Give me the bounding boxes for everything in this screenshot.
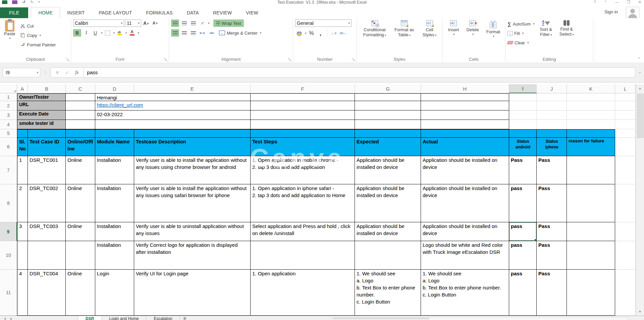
select-all-corner[interactable] bbox=[0, 84, 17, 93]
autosum-button[interactable]: ∑ AutoSum▾ bbox=[507, 20, 535, 28]
cell-B5[interactable] bbox=[28, 129, 66, 138]
row-header-3[interactable]: 3 bbox=[0, 110, 17, 120]
cell-G9[interactable]: Application should be installed on devic… bbox=[355, 222, 421, 241]
tab-review[interactable]: REVIEW bbox=[206, 7, 239, 18]
sheet-tab-login-and-home[interactable]: Login and Home bbox=[102, 316, 146, 320]
sign-in-link[interactable]: Sign in bbox=[604, 9, 618, 14]
col-header-C[interactable]: C bbox=[66, 84, 95, 93]
align-bottom-icon[interactable] bbox=[189, 19, 197, 27]
insert-function-icon[interactable]: fx bbox=[75, 70, 78, 75]
align-top-icon[interactable] bbox=[171, 19, 179, 27]
shrink-font-button[interactable]: A▼ bbox=[151, 19, 159, 27]
cell-C10[interactable] bbox=[66, 241, 95, 270]
cancel-entry-icon[interactable]: ✕ bbox=[55, 70, 59, 75]
cell-L8[interactable] bbox=[615, 184, 636, 222]
cell-F7[interactable]: 1. Open application in mobile chrome - 2… bbox=[251, 156, 355, 184]
comma-style-icon[interactable]: , bbox=[317, 30, 325, 37]
cell-K3[interactable] bbox=[567, 110, 615, 120]
cell-D7[interactable]: Installation bbox=[95, 156, 134, 184]
cell-F4[interactable] bbox=[251, 120, 355, 129]
cell-A4[interactable]: smoke tester id bbox=[17, 120, 66, 129]
cell-I9[interactable]: pass bbox=[509, 222, 537, 241]
cell-E10[interactable]: Verify Correct logo for application is d… bbox=[134, 241, 251, 270]
cell-H11[interactable]: 1. We should see a. Logo b. Text Box to … bbox=[421, 270, 509, 316]
delete-cells-button[interactable]: ✕ Delete ▾ bbox=[464, 19, 481, 39]
cell-C2[interactable] bbox=[66, 101, 95, 110]
col-header-J[interactable]: J bbox=[537, 84, 567, 93]
maximize-icon[interactable]: ❐ bbox=[627, 0, 630, 4]
cell-G8[interactable]: Application should be installed on devic… bbox=[355, 184, 421, 222]
sheet-nav-left-icon[interactable]: ◂ bbox=[4, 317, 6, 320]
minimize-icon[interactable]: — bbox=[615, 0, 619, 4]
cell-J2[interactable] bbox=[537, 101, 567, 110]
cell-I11[interactable]: pass bbox=[509, 270, 537, 316]
cell-J3[interactable] bbox=[537, 110, 567, 120]
cell-J8[interactable]: Pass bbox=[537, 184, 567, 222]
tab-view[interactable]: VIEW bbox=[239, 7, 265, 18]
cell-A11[interactable]: 4 bbox=[17, 270, 28, 316]
format-cells-button[interactable]: |↔| Format ▾ bbox=[484, 19, 502, 39]
row-header-6[interactable]: 6 bbox=[0, 138, 17, 156]
col-header-H[interactable]: H bbox=[421, 84, 509, 93]
cell-L4[interactable] bbox=[615, 120, 636, 129]
cell-L6[interactable] bbox=[615, 138, 636, 156]
cell-H7[interactable]: Application should be installed on devic… bbox=[421, 156, 509, 184]
horizontal-scroll-thumb[interactable] bbox=[332, 318, 429, 319]
wrap-text-button[interactable]: Wrap Text bbox=[213, 19, 244, 27]
cell-D5[interactable] bbox=[95, 129, 134, 138]
col-header-A[interactable]: A bbox=[17, 84, 28, 93]
row-header-9[interactable]: 9 bbox=[0, 222, 17, 241]
cell-J7[interactable]: Pass bbox=[537, 156, 567, 184]
cell-C11[interactable]: Online bbox=[66, 270, 95, 316]
cell-L10[interactable] bbox=[615, 241, 636, 270]
row-header-2[interactable]: 2 bbox=[0, 101, 17, 110]
cell-D1[interactable]: Hemangi bbox=[95, 93, 251, 101]
cell-D8[interactable]: Installation bbox=[95, 184, 134, 222]
col-header-E[interactable]: E bbox=[134, 84, 251, 93]
cell-C4[interactable] bbox=[66, 120, 95, 129]
decrease-decimal-icon[interactable]: .00→ bbox=[339, 30, 347, 37]
grow-font-button[interactable]: A▲ bbox=[142, 19, 150, 27]
cell-A10[interactable] bbox=[17, 241, 28, 270]
ribbon-options-icon[interactable]: ⌃ bbox=[604, 0, 607, 4]
cell-D11[interactable]: Login bbox=[95, 270, 134, 316]
font-color-icon[interactable]: A bbox=[128, 29, 136, 37]
name-box-dropdown-icon[interactable]: ▾ bbox=[37, 71, 38, 74]
cut-button[interactable]: Cut bbox=[20, 22, 56, 30]
cell-I2[interactable] bbox=[509, 101, 537, 110]
cell-H5[interactable] bbox=[421, 129, 509, 138]
cell-styles-button[interactable]: Cell Styles▾ bbox=[421, 19, 439, 38]
find-select-button[interactable]: Find & Select▾ bbox=[557, 19, 576, 46]
cell-E11[interactable]: Verify UI for Login page bbox=[134, 270, 251, 316]
tab-formulas[interactable]: FORMULAS bbox=[139, 7, 179, 18]
cell-F9[interactable]: Select application and Press and hold , … bbox=[251, 222, 355, 241]
row-header-5[interactable]: 5 bbox=[0, 129, 17, 138]
cell-K1[interactable] bbox=[567, 93, 615, 101]
alignment-dialog-launcher-icon[interactable] bbox=[288, 58, 291, 61]
cell-H8[interactable]: Application should be installed on devic… bbox=[421, 184, 509, 222]
cell-K6[interactable]: reason for failure bbox=[567, 138, 615, 156]
cell-I6[interactable]: Status android bbox=[509, 138, 537, 156]
cell-H6[interactable]: Actual bbox=[421, 138, 509, 156]
number-dialog-launcher-icon[interactable] bbox=[352, 58, 355, 61]
cell-G4[interactable] bbox=[355, 120, 421, 129]
cell-H9[interactable]: Application should be installed on devic… bbox=[421, 222, 509, 241]
cell-K7[interactable] bbox=[567, 156, 615, 184]
row-header-4[interactable]: 4 bbox=[0, 120, 17, 129]
cell-D2[interactable]: https://client_url.com bbox=[95, 101, 251, 110]
align-middle-icon[interactable] bbox=[180, 19, 188, 27]
tab-insert[interactable]: INSERT bbox=[60, 7, 92, 18]
vertical-scrollbar[interactable]: ▲ ▼ bbox=[636, 84, 644, 316]
cell-H1[interactable] bbox=[421, 93, 509, 101]
cell-J4[interactable] bbox=[537, 120, 567, 129]
row-header-1[interactable]: 1 bbox=[0, 93, 17, 101]
cell-L11[interactable] bbox=[615, 270, 636, 316]
name-box[interactable]: I9 ▾ bbox=[3, 68, 40, 77]
cell-J10[interactable]: Pass bbox=[537, 241, 567, 270]
col-header-G[interactable]: G bbox=[355, 84, 421, 93]
increase-indent-icon[interactable]: ⇥≡ bbox=[207, 29, 215, 37]
cell-F11[interactable]: 1. Open application bbox=[251, 270, 355, 316]
cell-G2[interactable] bbox=[355, 101, 421, 110]
font-size-select[interactable]: 11▾ bbox=[125, 19, 141, 27]
collapse-ribbon-icon[interactable]: ⌃ bbox=[638, 57, 641, 61]
